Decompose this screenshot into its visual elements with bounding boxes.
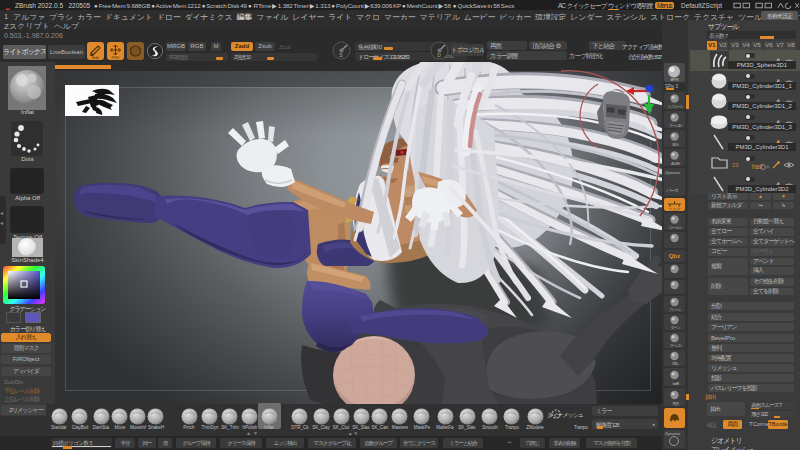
svg-text:D: D — [437, 52, 441, 58]
svg-text:BPR: BPR — [670, 77, 678, 82]
svg-text:フロア: フロア — [668, 207, 680, 212]
svg-text:P3D: P3D — [112, 55, 120, 60]
svg-text:Edit: Edit — [92, 55, 100, 60]
